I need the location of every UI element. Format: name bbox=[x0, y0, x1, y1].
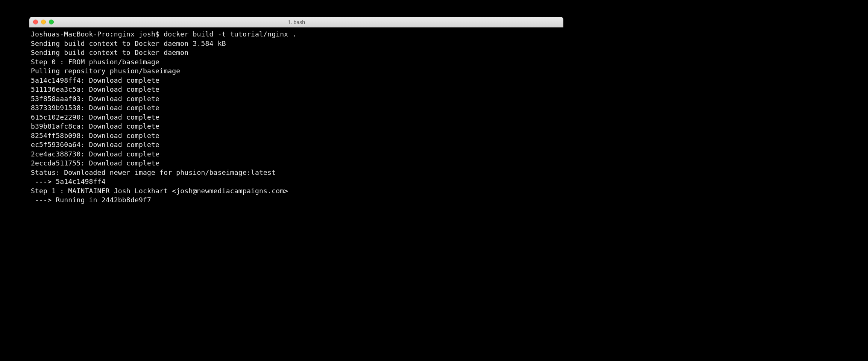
minimize-icon[interactable] bbox=[41, 20, 46, 24]
terminal-line: Sending build context to Docker daemon 3… bbox=[31, 39, 562, 49]
terminal-window: 1. bash Joshuas-MacBook-Pro:nginx josh$ … bbox=[29, 17, 563, 238]
title-bar[interactable]: 1. bash bbox=[29, 17, 563, 27]
terminal-line: Joshuas-MacBook-Pro:nginx josh$ docker b… bbox=[31, 30, 562, 39]
terminal-line: 8254ff58b098: Download complete bbox=[31, 131, 562, 141]
terminal-line: Step 0 : FROM phusion/baseimage bbox=[31, 58, 562, 67]
terminal-line: Step 1 : MAINTAINER Josh Lockhart <josh@… bbox=[31, 187, 562, 196]
terminal-line: 615c102e2290: Download complete bbox=[31, 113, 562, 122]
traffic-lights bbox=[33, 20, 54, 24]
terminal-line: 5a14c1498ff4: Download complete bbox=[31, 76, 562, 85]
maximize-icon[interactable] bbox=[49, 20, 54, 24]
terminal-line: ec5f59360a64: Download complete bbox=[31, 140, 562, 150]
terminal-line: 511136ea3c5a: Download complete bbox=[31, 85, 562, 94]
terminal-line: 837339b91538: Download complete bbox=[31, 103, 562, 113]
terminal-line: b39b81afc8ca: Download complete bbox=[31, 122, 562, 131]
terminal-line: Sending build context to Docker daemon bbox=[31, 48, 562, 58]
terminal-line: Status: Downloaded newer image for phusi… bbox=[31, 168, 562, 177]
terminal-body[interactable]: Joshuas-MacBook-Pro:nginx josh$ docker b… bbox=[29, 27, 563, 238]
terminal-line: 2ce4ac388730: Download complete bbox=[31, 150, 562, 159]
terminal-line: 2eccda511755: Download complete bbox=[31, 159, 562, 168]
terminal-line: Pulling repository phusion/baseimage bbox=[31, 67, 562, 76]
window-title: 1. bash bbox=[29, 19, 563, 25]
close-icon[interactable] bbox=[33, 20, 38, 24]
terminal-line: ---> 5a14c1498ff4 bbox=[31, 177, 562, 187]
terminal-line: 53f858aaaf03: Download complete bbox=[31, 94, 562, 104]
terminal-line: ---> Running in 2442bb8de9f7 bbox=[31, 196, 562, 205]
